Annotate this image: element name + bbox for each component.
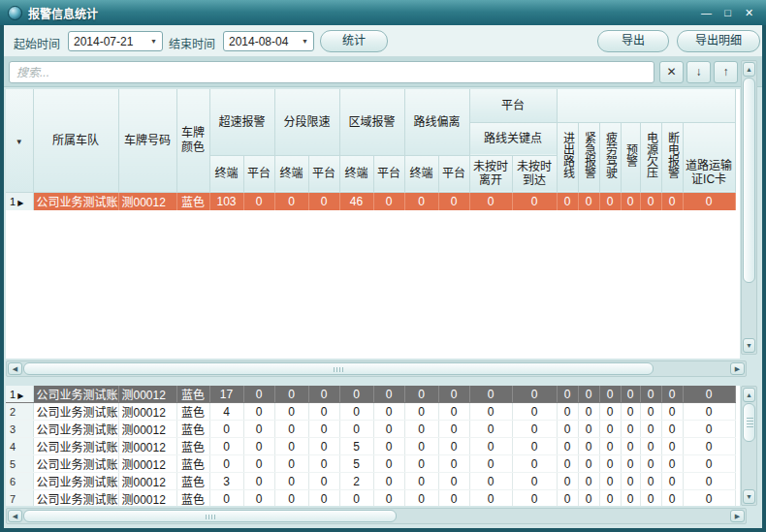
scroll-down-icon[interactable]: ▼ [743,338,755,353]
cell-value[interactable]: 0 [557,455,578,473]
cell-value[interactable]: 0 [209,421,243,438]
cell-value[interactable]: 0 [661,455,683,473]
minimize-button[interactable]: — [697,5,716,20]
cell-value[interactable]: 0 [404,403,438,421]
cell-value[interactable]: 0 [373,403,404,421]
cell-value[interactable]: 0 [274,192,308,210]
cell-fleet[interactable]: 公司业务测试账号 [33,386,118,403]
scroll-up-icon[interactable]: ▲ [743,62,755,77]
maximize-button[interactable]: □ [718,5,737,20]
cell-plate[interactable]: 测00012 [118,192,176,210]
statistics-button[interactable]: 统计 [320,30,388,52]
cell-value[interactable]: 0 [683,438,735,455]
cell-value[interactable]: 0 [373,386,404,403]
cell-value[interactable]: 0 [308,403,339,421]
cell-value[interactable]: 0 [308,386,339,403]
table-row[interactable]: 2公司业务测试账号测00012蓝色40000000000000000 [6,403,735,421]
cell-value[interactable]: 0 [438,192,469,210]
cell-value[interactable]: 0 [243,438,274,455]
search-next-button[interactable]: ↓ [686,61,711,83]
row-indicator[interactable]: 3 [6,421,33,438]
cell-value[interactable]: 3 [209,473,243,490]
end-date-select[interactable]: 2014-08-04 ▼ [223,31,314,51]
row-indicator[interactable]: 6 [6,473,33,490]
cell-value[interactable]: 0 [640,421,661,438]
scroll-right-icon[interactable]: ▶ [730,510,745,522]
cell-value[interactable]: 0 [557,473,578,490]
cell-value[interactable]: 0 [661,421,683,438]
cell-value[interactable]: 0 [512,421,557,438]
cell-value[interactable]: 0 [339,421,373,438]
cell-value[interactable]: 0 [404,421,438,438]
cell-value[interactable]: 5 [339,438,373,455]
cell-plate-color[interactable]: 蓝色 [176,421,209,438]
cell-value[interactable]: 0 [274,455,308,473]
cell-value[interactable]: 0 [438,455,469,473]
row-indicator[interactable]: 2 [6,403,33,421]
cell-value[interactable]: 0 [469,386,512,403]
scrollbar-thumb[interactable] [23,510,397,522]
cell-value[interactable]: 4 [209,403,243,421]
cell-value[interactable]: 0 [640,455,661,473]
cell-value[interactable]: 0 [404,473,438,490]
cell-value[interactable]: 0 [683,455,735,473]
close-button[interactable]: ✕ [740,5,758,20]
cell-fleet[interactable]: 公司业务测试账号 [33,490,118,507]
cell-value[interactable]: 0 [404,455,438,473]
top-vertical-scrollbar[interactable]: ▲ ▼ [741,60,757,355]
cell-value[interactable]: 46 [339,192,373,210]
cell-value[interactable]: 0 [621,438,640,455]
cell-value[interactable]: 2 [339,473,373,490]
cell-value[interactable]: 0 [308,438,339,455]
cell-value[interactable]: 0 [373,192,404,210]
cell-value[interactable]: 0 [557,438,578,455]
cell-value[interactable]: 0 [621,473,640,490]
cell-value[interactable]: 5 [339,455,373,473]
cell-value[interactable]: 0 [469,438,512,455]
scroll-right-icon[interactable]: ▶ [730,362,745,375]
scrollbar-thumb[interactable] [23,362,654,375]
cell-value[interactable]: 103 [209,192,243,210]
cell-value[interactable]: 0 [469,473,512,490]
search-input[interactable] [9,61,654,83]
cell-value[interactable]: 0 [469,192,512,210]
cell-value[interactable]: 0 [438,490,469,507]
cell-value[interactable]: 0 [469,421,512,438]
cell-value[interactable]: 0 [512,192,557,210]
cell-fleet[interactable]: 公司业务测试账号 [33,438,118,455]
cell-value[interactable]: 0 [404,192,438,210]
cell-value[interactable]: 0 [512,386,557,403]
cell-plate[interactable]: 测00012 [118,490,176,507]
cell-value[interactable]: 0 [512,455,557,473]
cell-plate[interactable]: 测00012 [118,438,176,455]
cell-value[interactable]: 0 [557,490,578,507]
cell-fleet[interactable]: 公司业务测试账号 [33,192,118,210]
cell-value[interactable]: 0 [683,192,735,210]
cell-value[interactable]: 0 [243,386,274,403]
cell-value[interactable]: 0 [308,455,339,473]
export-button[interactable]: 导出 [597,30,669,52]
export-detail-button[interactable]: 导出明细 [677,30,760,52]
cell-value[interactable]: 0 [469,455,512,473]
cell-value[interactable]: 0 [512,490,557,507]
cell-value[interactable]: 0 [621,490,640,507]
cell-value[interactable]: 0 [243,473,274,490]
cell-value[interactable]: 0 [373,438,404,455]
cell-value[interactable]: 0 [557,403,578,421]
cell-value[interactable]: 0 [578,473,599,490]
cell-plate-color[interactable]: 蓝色 [176,438,209,455]
bottom-horizontal-scrollbar[interactable]: ◀ ▶ [6,508,747,524]
scroll-left-icon[interactable]: ◀ [8,510,22,522]
filter-header-cell[interactable]: ▼ [6,89,33,192]
cell-value[interactable]: 0 [557,386,578,403]
cell-value[interactable]: 0 [557,192,578,210]
scroll-left-icon[interactable]: ◀ [8,362,22,375]
cell-value[interactable]: 17 [209,386,243,403]
cell-value[interactable]: 0 [599,421,621,438]
cell-value[interactable]: 0 [599,455,621,473]
scrollbar-thumb[interactable] [743,403,755,442]
cell-value[interactable]: 0 [621,455,640,473]
row-indicator[interactable]: 7 [6,490,33,507]
cell-value[interactable]: 0 [599,473,621,490]
cell-value[interactable]: 0 [599,192,621,210]
